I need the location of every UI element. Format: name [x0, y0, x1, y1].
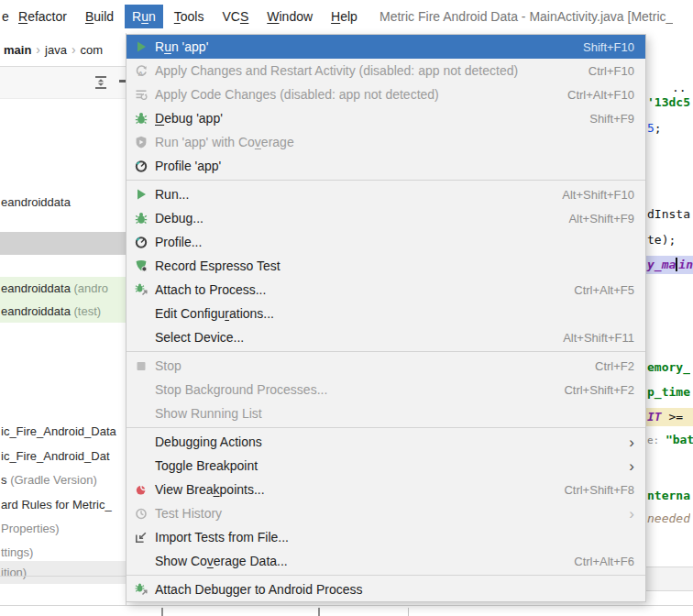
menu-item-profile[interactable]: Profile... — [126, 230, 645, 254]
tree-row[interactable]: eandroiddata (test) — [0, 300, 126, 323]
menu-item-apply-changes-and-restart-activity-disab[interactable]: AApply Changes and Restart Activity (dis… — [126, 59, 645, 82]
menu-item-view-breakpoints[interactable]: View Breakpoints...Ctrl+Shift+F8 — [126, 478, 645, 501]
menu-shortcut: Alt+Shift+F11 — [544, 331, 634, 345]
window-title: Metric Fire Android Data - MainActivity.… — [380, 0, 673, 33]
debug-icon — [133, 211, 149, 226]
statusbar-separator — [318, 608, 320, 616]
code-token: p_time — [647, 385, 690, 399]
menu-item-apply-code-changes-disabled-app-not-dete[interactable]: Apply Code Changes (disabled: app not de… — [126, 82, 645, 106]
code-token: in — [678, 258, 693, 271]
partial-toolbar-icon[interactable] — [119, 80, 126, 82]
code-fragment: y_main — [646, 256, 693, 274]
menu-shortcut: Ctrl+Alt+F5 — [556, 283, 634, 297]
menu-shortcut: Ctrl+Alt+F6 — [556, 555, 634, 568]
no-icon — [133, 306, 149, 321]
menu-item-label: Record Espresso Test — [155, 258, 280, 273]
menu-item-edit-configurations[interactable]: Edit Configurations... — [126, 302, 645, 325]
tree-row[interactable]: eandroiddata — [0, 191, 126, 214]
menu-shortcut: Ctrl+Alt+F10 — [549, 88, 634, 102]
menu-item-show-running-list[interactable]: Show Running List — [126, 402, 645, 425]
menu-item-run-app[interactable]: Run 'app'Shift+F10 — [126, 35, 645, 59]
submenu-arrow-icon: › — [610, 506, 634, 522]
menu-bar: e RefactorBuildRunToolsVCSWindowHelp Met… — [0, 0, 693, 33]
menubar-item-partial[interactable]: e — [2, 9, 9, 24]
menu-item-stop[interactable]: StopCtrl+F2 — [126, 354, 645, 378]
menu-item-test-history[interactable]: Test History› — [126, 501, 645, 525]
menu-shortcut: Ctrl+Shift+F2 — [545, 383, 634, 397]
code-token: 5 — [647, 121, 654, 135]
menu-item-attach-to-process[interactable]: Attach to Process...Ctrl+Alt+F5 — [126, 278, 645, 302]
espresso-icon — [133, 258, 149, 273]
tree-row[interactable]: s (Gradle Version) — [0, 468, 126, 491]
menu-item-stop-background-processes[interactable]: Stop Background Processes...Ctrl+Shift+F… — [126, 378, 645, 402]
tool-window-header — [646, 567, 693, 590]
no-icon — [133, 554, 149, 568]
menu-item-debug-app[interactable]: Debug 'app'Shift+F9 — [126, 106, 645, 130]
menu-item-label: Profile... — [155, 235, 202, 249]
menubar-item-help[interactable]: Help — [324, 5, 365, 28]
tree-row[interactable]: ard Rules for Metric_ — [0, 493, 126, 516]
menu-shortcut: Alt+Shift+F9 — [550, 212, 634, 226]
tree-row-text: eandroiddata — [1, 281, 71, 295]
tree-row-text: ic_Fire_Android_Dat — [1, 449, 110, 463]
tree-row-annotation: (test) — [71, 304, 101, 318]
menubar-item-build[interactable]: Build — [78, 5, 121, 28]
menu-item-label: Import Tests from File... — [155, 530, 289, 544]
menu-item-import-tests-from-file[interactable]: Import Tests from File... — [126, 525, 645, 549]
menu-item-label: Toggle Breakpoint — [155, 458, 258, 473]
tree-row-text: s — [1, 473, 10, 487]
code-token: needed — [647, 512, 690, 525]
menu-shortcut: Ctrl+F2 — [577, 359, 634, 373]
menubar-item-vcs[interactable]: VCS — [214, 5, 256, 28]
submenu-arrow-icon: › — [610, 458, 634, 474]
no-icon — [133, 406, 149, 421]
code-token: dInsta — [647, 207, 690, 221]
code-fragment: te); — [647, 231, 676, 249]
menubar-item-tools[interactable]: Tools — [167, 5, 212, 28]
menu-item-run-app-with-coverage[interactable]: Run 'app' with Coverage — [126, 130, 645, 154]
statusbar-separator — [408, 608, 409, 616]
editor-divider — [646, 590, 693, 591]
import-icon — [133, 530, 149, 544]
menu-item-show-coverage-data[interactable]: Show Coverage Data...Ctrl+Alt+F6 — [126, 549, 645, 573]
profile-icon — [133, 235, 149, 249]
menu-item-record-espresso-test[interactable]: Record Espresso Test — [126, 254, 645, 278]
breadcrumb-item-com[interactable]: com — [81, 43, 104, 57]
code-fragment: '13dc5 — [647, 94, 690, 112]
history-icon — [133, 506, 149, 521]
menu-item-attach-debugger-to-android-process[interactable]: Attach Debugger to Android Process — [126, 578, 645, 601]
menu-item-debugging-actions[interactable]: Debugging Actions› — [126, 430, 645, 454]
attach-icon — [133, 582, 149, 597]
no-icon — [133, 330, 149, 345]
tree-row[interactable]: ic_Fire_Android_Dat — [0, 445, 126, 468]
menu-item-label: Run... — [155, 187, 189, 202]
tree-row-annotation: (andro — [71, 281, 108, 295]
tree-row[interactable]: Properties) — [0, 517, 126, 540]
menu-item-toggle-breakpoint[interactable]: Toggle Breakpoint› — [126, 454, 645, 478]
code-fragment: IT >= — [646, 408, 693, 426]
menubar-item-run[interactable]: Run — [125, 5, 163, 28]
menubar-item-window[interactable]: Window — [259, 5, 320, 28]
breadcrumb-item-main[interactable]: main — [4, 43, 31, 57]
tree-row[interactable]: ic_Fire_Android_Data — [0, 420, 126, 443]
menu-shortcut: Ctrl+Shift+F8 — [545, 483, 634, 497]
tree-row[interactable]: ition) — [0, 561, 126, 584]
tree-row[interactable] — [0, 232, 126, 255]
menu-item-debug[interactable]: Debug...Alt+Shift+F9 — [126, 206, 645, 230]
code-fragment: e: "bat — [647, 431, 693, 449]
tree-row[interactable]: eandroiddata (andro — [0, 277, 126, 300]
menubar-item-refactor[interactable]: Refactor — [11, 5, 74, 28]
code-token: e: — [647, 434, 666, 446]
menu-item-label: Run 'app' — [155, 39, 208, 54]
chevron-right-icon: › — [31, 42, 45, 57]
menu-item-select-device[interactable]: Select Device...Alt+Shift+F11 — [126, 325, 645, 349]
statusbar-divider — [0, 605, 693, 606]
run-icon — [133, 187, 149, 202]
menu-item-profile-app[interactable]: Profile 'app' — [126, 154, 645, 178]
menu-item-label: Stop — [155, 358, 182, 373]
breadcrumb-item-java[interactable]: java — [45, 43, 67, 57]
statusbar-separator — [161, 608, 163, 616]
collapse-all-icon[interactable] — [92, 73, 110, 92]
menu-item-run[interactable]: Run...Alt+Shift+F10 — [126, 182, 645, 206]
tree-row-annotation: Properties) — [1, 522, 60, 535]
